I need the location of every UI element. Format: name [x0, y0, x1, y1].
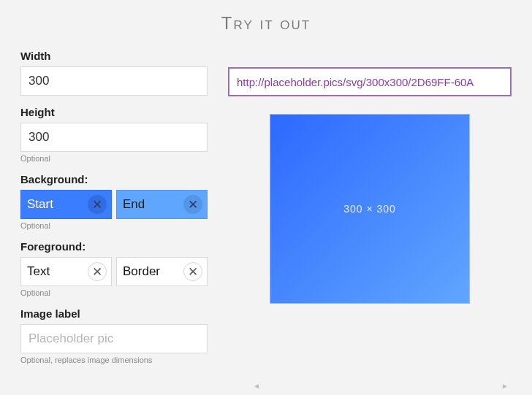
foreground-hint: Optional	[20, 288, 208, 297]
fg-text-chip-label: Text	[27, 264, 50, 279]
bg-start-chip[interactable]: Start ✕	[20, 190, 112, 219]
form-panel: Width Height Optional Background: Start …	[20, 50, 208, 375]
height-hint: Optional	[20, 154, 208, 163]
fg-border-chip-label: Border	[123, 264, 160, 279]
fg-border-clear-icon[interactable]: ✕	[183, 262, 202, 281]
scroll-right-icon[interactable]: ►	[501, 382, 509, 390]
bg-end-chip-label: End	[123, 197, 145, 212]
background-label: Background:	[20, 173, 208, 185]
image-label-hint: Optional, replaces image dimensions	[20, 356, 208, 364]
preview-image: 300 × 300	[270, 114, 470, 304]
generated-url-text: http://placeholder.pics/svg/300x300/2D69…	[237, 76, 474, 88]
width-input[interactable]	[20, 66, 208, 96]
height-label: Height	[20, 106, 208, 118]
image-label-label: Image label	[20, 307, 208, 320]
width-label: Width	[20, 50, 208, 62]
fg-text-clear-icon[interactable]: ✕	[88, 262, 107, 281]
bg-end-chip[interactable]: End ✕	[116, 190, 208, 219]
scroll-left-icon[interactable]: ◄	[253, 382, 260, 390]
image-label-input[interactable]	[20, 324, 208, 353]
horizontal-scrollbar[interactable]: ◄ ►	[253, 380, 509, 391]
bg-start-chip-label: Start	[27, 197, 53, 212]
height-input[interactable]	[20, 123, 208, 152]
preview-dimensions-label: 300 × 300	[343, 203, 396, 215]
foreground-label: Foreground:	[20, 240, 208, 253]
fg-text-chip[interactable]: Text ✕	[20, 257, 112, 286]
background-hint: Optional	[20, 221, 208, 230]
bg-end-clear-icon[interactable]: ✕	[183, 195, 202, 214]
preview-panel: http://placeholder.pics/svg/300x300/2D69…	[208, 50, 512, 375]
generated-url-box[interactable]: http://placeholder.pics/svg/300x300/2D69…	[228, 67, 512, 96]
fg-border-chip[interactable]: Border ✕	[116, 257, 208, 286]
page-title: Try it out	[0, 0, 532, 34]
bg-start-clear-icon[interactable]: ✕	[88, 195, 107, 214]
